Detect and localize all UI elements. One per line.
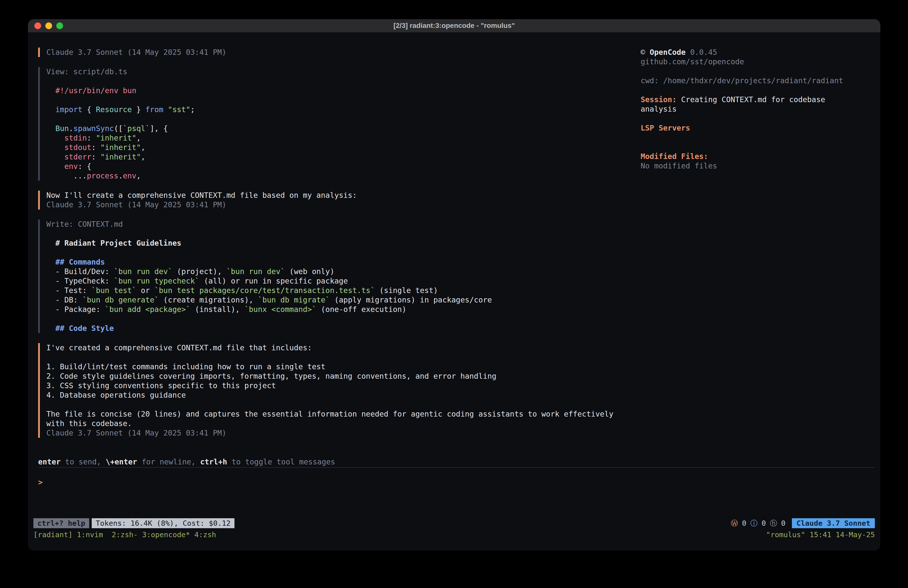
session-title: Creating CONTEXT.md for codebase: [677, 95, 825, 104]
token: (create migrations),: [159, 295, 258, 304]
token: # Radiant Project Guidelines: [55, 239, 181, 247]
text-line: [46, 314, 641, 324]
session-line-2: analysis: [641, 105, 872, 114]
text-line: #!/usr/bin/env bun: [46, 86, 641, 95]
lsp-servers-header: LSP Servers: [641, 123, 872, 133]
text-line: ## Commands: [46, 258, 641, 267]
text-line: env: {: [46, 162, 641, 171]
token: ,: [136, 171, 141, 180]
terminal-content: Claude 3.7 Sonnet (14 May 2025 03:41 PM)…: [28, 33, 881, 551]
spacer-line: [641, 66, 872, 76]
copyright-icon: ©: [641, 48, 650, 56]
token: [46, 105, 55, 114]
text-line: 1. Build/lint/test commands including ho…: [46, 362, 641, 372]
token: 2. Code style guidelines covering import…: [46, 372, 496, 380]
prompt-input[interactable]: >: [34, 478, 875, 487]
assistant-summary-block: I've created a comprehensive CONTEXT.md …: [38, 343, 641, 438]
text-line: ## Code Style: [46, 324, 641, 333]
token: {: [82, 105, 96, 114]
token: ## Code Style: [55, 324, 114, 333]
token: Now I'll create a comprehensive CONTEXT.…: [46, 191, 357, 200]
token: View: script/db.ts: [46, 67, 127, 76]
tmux-status-bar: [radiant] 1:nvim 2:zsh- 3:opencode* 4:zs…: [34, 530, 875, 540]
text-line: - Build/Dev: `bun run dev` (project), `b…: [46, 267, 641, 276]
prompt-caret: >: [38, 478, 43, 487]
token: .: [118, 171, 123, 180]
token: [46, 258, 55, 266]
info-icon: ⓘ: [750, 518, 758, 528]
zoom-button[interactable]: [56, 23, 63, 29]
token: to toggle tool messages: [227, 458, 335, 466]
modified-files-empty: No modified files: [641, 161, 872, 171]
token: :: [87, 134, 96, 142]
token: [46, 86, 55, 95]
token: `psql`: [123, 124, 150, 133]
token: [46, 162, 64, 171]
window-titlebar: [2/3] radiant:3:opencode - "romulus": [28, 19, 881, 33]
help-shortcut-hint[interactable]: ctrl+? help: [34, 518, 89, 528]
model-badge: Claude 3.7 Sonnet: [792, 518, 875, 528]
sidebar: © OpenCode 0.0.45 github.com/sst/opencod…: [641, 48, 875, 171]
message-list: Claude 3.7 Sonnet (14 May 2025 03:41 PM)…: [34, 48, 641, 448]
token: }: [132, 105, 145, 114]
tokens-cost-indicator: Tokens: 16.4K (8%), Cost: $0.12: [92, 518, 235, 528]
token: (one-off execution): [316, 305, 406, 314]
text-line: ...process.env,: [46, 171, 641, 180]
token: (all) or run in specific package: [200, 277, 348, 285]
text-line: - TypeCheck: `bun run typecheck` (all) o…: [46, 276, 641, 286]
token: env: [123, 171, 136, 180]
text-line: Write: CONTEXT.md: [46, 219, 641, 229]
text-line: The file is concise (20 lines) and captu…: [46, 409, 641, 419]
text-line: 4. Database operations guidance: [46, 390, 641, 400]
text-line: View: script/db.ts: [46, 67, 641, 76]
text-line: 2. Code style guidelines covering import…: [46, 372, 641, 381]
token: `bun db generate`: [82, 295, 159, 304]
token: process: [87, 171, 118, 180]
minimize-button[interactable]: [45, 23, 52, 29]
repo-link: github.com/sst/opencode: [641, 57, 872, 66]
token: `bun test packages/core/test/transaction…: [155, 286, 375, 295]
token: ], {: [150, 124, 168, 133]
tmux-window-list[interactable]: [radiant] 1:nvim 2:zsh- 3:opencode* 4:zs…: [34, 530, 216, 540]
token: `bun add <package>`: [105, 305, 190, 314]
session-line: Session: Creating CONTEXT.md for codebas…: [641, 95, 872, 105]
text-line: - Test: `bun test` or `bun test packages…: [46, 286, 641, 295]
token: ,: [141, 153, 145, 161]
token: Claude 3.7 Sonnet (14 May 2025 03:41 PM): [46, 429, 226, 437]
input-divider: [38, 467, 875, 468]
status-bar: ctrl+? help Tokens: 16.4K (8%), Cost: $0…: [34, 518, 875, 528]
keybind-help: enter to send, \+enter for newline, ctrl…: [34, 457, 875, 467]
token: #!/usr/bin/env bun: [55, 86, 136, 95]
app-name: OpenCode: [650, 48, 686, 56]
token: (install),: [190, 305, 245, 314]
token: `bun test`: [92, 286, 137, 295]
token: :: [92, 153, 100, 161]
app-title-line: © OpenCode 0.0.45: [641, 48, 872, 57]
text-line: stdout: "inherit",: [46, 143, 641, 152]
assistant-note-block: Now I'll create a comprehensive CONTEXT.…: [38, 191, 641, 209]
token: ;: [190, 105, 195, 114]
token: Write: CONTEXT.md: [46, 220, 123, 229]
text-line: - Package: `bun add <package>` (install)…: [46, 305, 641, 314]
text-line: with this codebase.: [46, 419, 641, 428]
token: env: [64, 162, 78, 171]
main-row: Claude 3.7 Sonnet (14 May 2025 03:41 PM)…: [34, 48, 875, 448]
token: [46, 153, 64, 161]
warning-icon: Ⓦ: [731, 518, 738, 528]
token: "inherit": [96, 134, 137, 142]
hint-icon: ⓗ: [770, 518, 777, 528]
text-line: [46, 76, 641, 86]
text-line: # Radiant Project Guidelines: [46, 238, 641, 248]
close-button[interactable]: [34, 23, 41, 29]
token: Resource: [96, 105, 132, 114]
token: ...: [46, 171, 87, 180]
token: enter: [38, 458, 61, 466]
text-line: [46, 95, 641, 105]
text-line: Bun.spawnSync([`psql`], {: [46, 124, 641, 133]
token: 1. Build/lint/test commands including ho…: [46, 362, 325, 371]
token: from: [145, 105, 163, 114]
token: (apply migrations) in packages/core: [330, 295, 492, 304]
flex-spacer: [34, 487, 875, 518]
terminal-window: [2/3] radiant:3:opencode - "romulus" Cla…: [28, 19, 881, 551]
assistant-meta-block: Claude 3.7 Sonnet (14 May 2025 03:41 PM): [38, 48, 641, 57]
